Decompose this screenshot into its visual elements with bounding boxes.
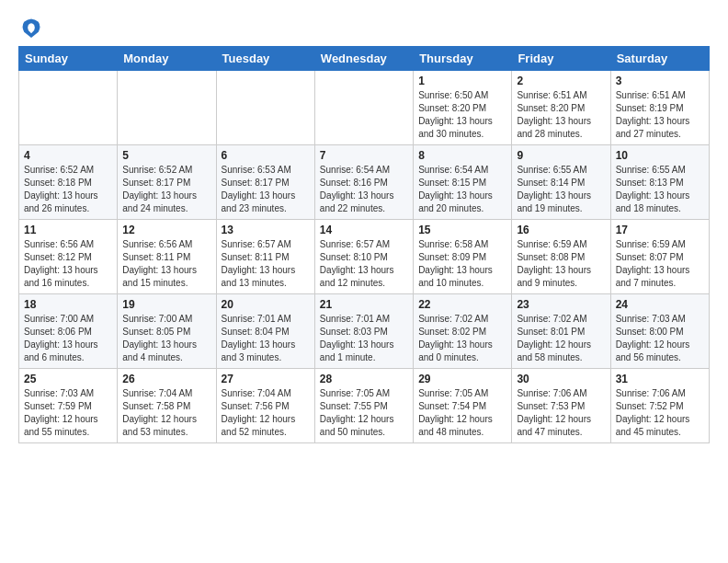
calendar-week-5: 25Sunrise: 7:03 AM Sunset: 7:59 PM Dayli… <box>19 369 710 443</box>
col-header-sunday: Sunday <box>19 47 118 71</box>
day-number: 3 <box>616 75 704 87</box>
calendar-week-1: 1Sunrise: 6:50 AM Sunset: 8:20 PM Daylig… <box>19 71 710 145</box>
calendar-cell: 1Sunrise: 6:50 AM Sunset: 8:20 PM Daylig… <box>414 71 512 145</box>
day-info: Sunrise: 7:00 AM Sunset: 8:05 PM Dayligh… <box>122 313 210 364</box>
day-info: Sunrise: 7:05 AM Sunset: 7:54 PM Dayligh… <box>418 387 506 439</box>
calendar-cell: 3Sunrise: 6:51 AM Sunset: 8:19 PM Daylig… <box>610 71 709 145</box>
calendar-cell: 23Sunrise: 7:02 AM Sunset: 8:01 PM Dayli… <box>512 294 610 369</box>
calendar-cell: 9Sunrise: 6:55 AM Sunset: 8:14 PM Daylig… <box>512 145 610 220</box>
day-number: 8 <box>418 149 506 162</box>
day-info: Sunrise: 7:02 AM Sunset: 8:01 PM Dayligh… <box>517 313 605 364</box>
day-info: Sunrise: 6:56 AM Sunset: 8:12 PM Dayligh… <box>24 238 112 290</box>
calendar-cell: 15Sunrise: 6:58 AM Sunset: 8:09 PM Dayli… <box>414 220 512 294</box>
col-header-tuesday: Tuesday <box>216 47 314 71</box>
page: SundayMondayTuesdayWednesdayThursdayFrid… <box>0 0 728 458</box>
day-info: Sunrise: 6:51 AM Sunset: 8:19 PM Dayligh… <box>616 89 704 141</box>
calendar-header-row: SundayMondayTuesdayWednesdayThursdayFrid… <box>19 47 710 71</box>
day-number: 4 <box>24 149 112 162</box>
calendar-cell: 29Sunrise: 7:05 AM Sunset: 7:54 PM Dayli… <box>414 369 512 443</box>
day-number: 26 <box>122 373 210 385</box>
day-info: Sunrise: 6:56 AM Sunset: 8:11 PM Dayligh… <box>122 238 210 290</box>
calendar-cell <box>314 71 413 145</box>
col-header-saturday: Saturday <box>610 47 709 71</box>
day-number: 19 <box>122 298 210 311</box>
calendar-week-2: 4Sunrise: 6:52 AM Sunset: 8:18 PM Daylig… <box>19 145 710 220</box>
day-number: 30 <box>517 373 605 385</box>
calendar-cell: 13Sunrise: 6:57 AM Sunset: 8:11 PM Dayli… <box>216 220 314 294</box>
calendar-cell: 2Sunrise: 6:51 AM Sunset: 8:20 PM Daylig… <box>512 71 610 145</box>
calendar-cell: 25Sunrise: 7:03 AM Sunset: 7:59 PM Dayli… <box>19 369 118 443</box>
day-number: 2 <box>517 75 605 87</box>
calendar-cell: 14Sunrise: 6:57 AM Sunset: 8:10 PM Dayli… <box>314 220 413 294</box>
day-info: Sunrise: 6:50 AM Sunset: 8:20 PM Dayligh… <box>418 89 506 141</box>
calendar-cell: 5Sunrise: 6:52 AM Sunset: 8:17 PM Daylig… <box>118 145 216 220</box>
calendar-table: SundayMondayTuesdayWednesdayThursdayFrid… <box>18 46 710 443</box>
day-number: 6 <box>222 149 310 162</box>
day-number: 23 <box>517 298 605 311</box>
day-number: 11 <box>24 224 112 236</box>
calendar-cell: 28Sunrise: 7:05 AM Sunset: 7:55 PM Dayli… <box>314 369 413 443</box>
day-info: Sunrise: 7:00 AM Sunset: 8:06 PM Dayligh… <box>24 313 112 364</box>
day-info: Sunrise: 6:52 AM Sunset: 8:17 PM Dayligh… <box>122 164 210 215</box>
day-info: Sunrise: 7:04 AM Sunset: 7:56 PM Dayligh… <box>222 387 310 439</box>
day-info: Sunrise: 7:05 AM Sunset: 7:55 PM Dayligh… <box>320 387 408 439</box>
calendar-cell: 16Sunrise: 6:59 AM Sunset: 8:08 PM Dayli… <box>512 220 610 294</box>
day-number: 14 <box>320 224 408 236</box>
calendar-cell: 22Sunrise: 7:02 AM Sunset: 8:02 PM Dayli… <box>414 294 512 369</box>
day-info: Sunrise: 7:04 AM Sunset: 7:58 PM Dayligh… <box>122 387 210 439</box>
day-info: Sunrise: 6:57 AM Sunset: 8:10 PM Dayligh… <box>320 238 408 290</box>
day-number: 18 <box>24 298 112 311</box>
day-info: Sunrise: 6:57 AM Sunset: 8:11 PM Dayligh… <box>222 238 310 290</box>
day-number: 17 <box>616 224 704 236</box>
calendar-cell <box>216 71 314 145</box>
day-number: 7 <box>320 149 408 162</box>
logo-icon <box>18 15 44 40</box>
day-number: 22 <box>418 298 506 311</box>
day-info: Sunrise: 7:03 AM Sunset: 7:59 PM Dayligh… <box>24 387 112 439</box>
calendar-cell <box>19 71 118 145</box>
day-number: 25 <box>24 373 112 385</box>
day-info: Sunrise: 7:01 AM Sunset: 8:03 PM Dayligh… <box>320 313 408 364</box>
calendar-cell: 27Sunrise: 7:04 AM Sunset: 7:56 PM Dayli… <box>216 369 314 443</box>
day-info: Sunrise: 6:59 AM Sunset: 8:07 PM Dayligh… <box>616 238 704 290</box>
day-info: Sunrise: 7:03 AM Sunset: 8:00 PM Dayligh… <box>616 313 704 364</box>
calendar-cell: 12Sunrise: 6:56 AM Sunset: 8:11 PM Dayli… <box>118 220 216 294</box>
day-info: Sunrise: 6:52 AM Sunset: 8:18 PM Dayligh… <box>24 164 112 215</box>
day-number: 27 <box>222 373 310 385</box>
calendar-cell: 26Sunrise: 7:04 AM Sunset: 7:58 PM Dayli… <box>118 369 216 443</box>
day-number: 31 <box>616 373 704 385</box>
calendar-cell: 11Sunrise: 6:56 AM Sunset: 8:12 PM Dayli… <box>19 220 118 294</box>
header <box>18 15 710 40</box>
calendar-cell: 4Sunrise: 6:52 AM Sunset: 8:18 PM Daylig… <box>19 145 118 220</box>
calendar-cell: 24Sunrise: 7:03 AM Sunset: 8:00 PM Dayli… <box>610 294 709 369</box>
day-number: 5 <box>122 149 210 162</box>
calendar-week-3: 11Sunrise: 6:56 AM Sunset: 8:12 PM Dayli… <box>19 220 710 294</box>
calendar-cell: 31Sunrise: 7:06 AM Sunset: 7:52 PM Dayli… <box>610 369 709 443</box>
day-info: Sunrise: 6:58 AM Sunset: 8:09 PM Dayligh… <box>418 238 506 290</box>
day-info: Sunrise: 6:54 AM Sunset: 8:15 PM Dayligh… <box>418 164 506 215</box>
calendar-cell: 17Sunrise: 6:59 AM Sunset: 8:07 PM Dayli… <box>610 220 709 294</box>
day-info: Sunrise: 6:54 AM Sunset: 8:16 PM Dayligh… <box>320 164 408 215</box>
day-number: 13 <box>222 224 310 236</box>
calendar-cell: 19Sunrise: 7:00 AM Sunset: 8:05 PM Dayli… <box>118 294 216 369</box>
day-info: Sunrise: 6:55 AM Sunset: 8:13 PM Dayligh… <box>616 164 704 215</box>
day-number: 1 <box>418 75 506 87</box>
calendar-cell: 18Sunrise: 7:00 AM Sunset: 8:06 PM Dayli… <box>19 294 118 369</box>
calendar-cell: 8Sunrise: 6:54 AM Sunset: 8:15 PM Daylig… <box>414 145 512 220</box>
day-number: 10 <box>616 149 704 162</box>
calendar-cell: 10Sunrise: 6:55 AM Sunset: 8:13 PM Dayli… <box>610 145 709 220</box>
day-info: Sunrise: 7:02 AM Sunset: 8:02 PM Dayligh… <box>418 313 506 364</box>
col-header-wednesday: Wednesday <box>314 47 413 71</box>
day-info: Sunrise: 7:01 AM Sunset: 8:04 PM Dayligh… <box>222 313 310 364</box>
day-info: Sunrise: 6:51 AM Sunset: 8:20 PM Dayligh… <box>517 89 605 141</box>
day-number: 12 <box>122 224 210 236</box>
col-header-monday: Monday <box>118 47 216 71</box>
day-number: 21 <box>320 298 408 311</box>
logo <box>18 15 48 40</box>
day-number: 29 <box>418 373 506 385</box>
day-number: 20 <box>222 298 310 311</box>
calendar-week-4: 18Sunrise: 7:00 AM Sunset: 8:06 PM Dayli… <box>19 294 710 369</box>
day-number: 9 <box>517 149 605 162</box>
calendar-cell: 21Sunrise: 7:01 AM Sunset: 8:03 PM Dayli… <box>314 294 413 369</box>
day-info: Sunrise: 7:06 AM Sunset: 7:52 PM Dayligh… <box>616 387 704 439</box>
